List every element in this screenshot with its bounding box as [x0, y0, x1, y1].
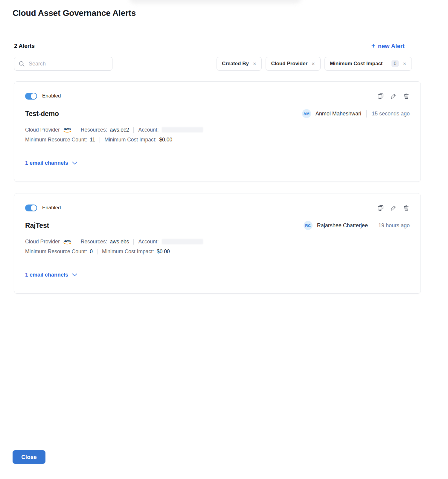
toggle-knob — [31, 93, 36, 99]
card-divider — [25, 152, 410, 152]
resources-value: aws.ebs — [110, 239, 129, 245]
min-resource-count-label: Minimum Resource Count: — [25, 137, 87, 143]
remove-filter-icon[interactable]: ✕ — [253, 62, 257, 66]
account-value-redacted — [162, 127, 203, 132]
enabled-label: Enabled — [42, 93, 61, 99]
delete-button[interactable] — [403, 93, 410, 100]
account-label: Account: — [138, 127, 159, 133]
pencil-icon — [390, 205, 397, 211]
delete-button[interactable] — [403, 205, 410, 211]
divider — [76, 127, 76, 133]
min-resource-count-value: 11 — [90, 137, 95, 143]
card-divider — [25, 264, 410, 264]
plus-icon: + — [371, 43, 375, 49]
close-button[interactable]: Close — [13, 450, 45, 464]
new-alert-button[interactable]: + new Alert — [371, 43, 405, 50]
toggle-knob — [31, 205, 36, 211]
aws-logo: aws — [63, 239, 71, 245]
enabled-toggle[interactable] — [25, 205, 37, 211]
alert-meta-row: Cloud Provider aws Resources: aws.ec2 Ac… — [25, 126, 410, 133]
alert-meta-row: Cloud Provider aws Resources: aws.ebs Ac… — [25, 238, 410, 245]
divider — [97, 249, 97, 254]
aws-smile-icon — [63, 242, 71, 245]
filter-chip-created-by[interactable]: Created By ✕ — [217, 57, 262, 71]
min-cost-impact-label: Minimum Cost Impact: — [102, 248, 154, 255]
resources-label: Resources: — [81, 127, 107, 133]
creator-info: RC Rajarshee Chatterjee 19 hours ago — [304, 221, 410, 230]
divider — [366, 110, 367, 118]
alert-card: Enabled — [14, 193, 421, 294]
email-channels-toggle[interactable]: 1 email channels — [25, 272, 77, 278]
copy-icon — [377, 205, 384, 211]
email-channels-label: 1 email channels — [25, 160, 68, 166]
avatar: AM — [302, 109, 311, 118]
account-label: Account: — [138, 239, 159, 245]
divider — [373, 222, 373, 229]
alert-name: Test-demo — [25, 110, 59, 118]
header-divider — [13, 29, 412, 29]
email-channels-label: 1 email channels — [25, 272, 68, 278]
aws-logo: aws — [63, 127, 71, 133]
min-cost-impact-label: Minimum Cost Impact: — [104, 137, 156, 143]
alert-card: Enabled — [14, 81, 421, 182]
timestamp: 19 hours ago — [378, 222, 410, 229]
min-cost-impact-value: $0.00 — [159, 137, 172, 143]
alert-count: 2 Alerts — [14, 43, 35, 49]
alert-meta-row: Minimum Resource Count: 11 Minimum Cost … — [25, 136, 410, 143]
divider — [100, 137, 100, 143]
search-icon — [19, 61, 25, 67]
filter-chip-label: Created By — [222, 61, 249, 67]
pencil-icon — [390, 93, 397, 100]
filter-chips: Created By ✕ Cloud Provider ✕ Minimum Co… — [217, 57, 412, 71]
new-alert-label: new Alert — [378, 43, 405, 50]
creator-name: Anmol Maheshwari — [316, 111, 361, 117]
min-resource-count-label: Minimum Resource Count: — [25, 248, 87, 255]
filter-chip-cloud-provider[interactable]: Cloud Provider ✕ — [266, 57, 320, 71]
account-value-redacted — [162, 239, 203, 244]
trash-icon — [403, 205, 410, 211]
alert-meta-row: Minimum Resource Count: 0 Minimum Cost I… — [25, 248, 410, 255]
aws-smile-icon — [63, 131, 71, 133]
trash-icon — [403, 93, 410, 100]
duplicate-button[interactable] — [377, 205, 384, 211]
duplicate-button[interactable] — [377, 93, 384, 100]
filter-bar: Created By ✕ Cloud Provider ✕ Minimum Co… — [14, 57, 421, 71]
resources-value: aws.ec2 — [110, 127, 129, 133]
remove-filter-icon[interactable]: ✕ — [311, 62, 315, 66]
copy-icon — [377, 93, 384, 100]
cloud-provider-label: Cloud Provider — [25, 239, 60, 245]
alert-name: RajTest — [25, 222, 49, 230]
filter-chip-label: Cloud Provider — [271, 61, 307, 67]
edit-button[interactable] — [390, 93, 397, 100]
page-title: Cloud Asset Governance Alerts — [13, 0, 421, 18]
avatar: RC — [304, 221, 313, 230]
divider — [133, 127, 134, 133]
divider — [133, 239, 134, 245]
remove-filter-icon[interactable]: ✕ — [403, 62, 406, 66]
chevron-down-icon — [72, 273, 77, 277]
email-channels-toggle[interactable]: 1 email channels — [25, 160, 77, 166]
filter-chip-label: Minimum Cost Impact — [330, 61, 383, 67]
resources-label: Resources: — [81, 239, 107, 245]
enabled-toggle[interactable] — [25, 93, 37, 100]
filter-chip-min-cost-impact[interactable]: Minimum Cost Impact 0 ✕ — [324, 57, 412, 71]
min-cost-impact-value: $0.00 — [157, 248, 170, 255]
chip-divider — [387, 61, 387, 67]
search-box — [14, 57, 112, 71]
cloud-provider-label: Cloud Provider — [25, 127, 60, 133]
toolbar: 2 Alerts + new Alert — [14, 42, 421, 50]
enabled-label: Enabled — [42, 205, 61, 211]
min-resource-count-value: 0 — [90, 248, 93, 255]
search-input[interactable] — [28, 60, 108, 67]
chevron-down-icon — [72, 161, 77, 165]
alerts-panel: Cloud Asset Governance Alerts 2 Alerts +… — [14, 0, 421, 294]
creator-info: AM Anmol Maheshwari 15 seconds ago — [302, 109, 410, 118]
edit-button[interactable] — [390, 205, 397, 211]
timestamp: 15 seconds ago — [372, 111, 410, 117]
creator-name: Rajarshee Chatterjee — [317, 222, 368, 229]
filter-value-badge: 0 — [391, 60, 399, 67]
divider — [76, 239, 76, 245]
